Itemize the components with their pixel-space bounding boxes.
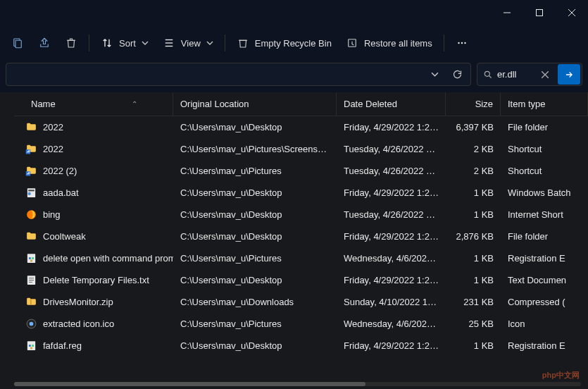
file-type-icon [25,121,37,133]
file-type-icon [25,274,37,286]
column-header-location[interactable]: Original Location [173,92,337,116]
close-button[interactable] [556,0,588,25]
empty-label: Empty Recycle Bin [255,38,332,49]
cut-button[interactable] [6,30,30,56]
file-type-icon [25,252,37,264]
column-header-date[interactable]: Date Deleted [337,92,446,116]
file-size: 1 KB [446,340,501,351]
file-location: C:\Users\mav_u\Desktop [173,187,337,198]
table-row[interactable]: 2022 (2)C:\Users\mav_u\PicturesTuesday, … [14,160,588,182]
view-label: View [181,38,201,49]
minimize-button[interactable] [491,0,523,25]
file-location: C:\Users\mav_u\Pictures\Screenshots [173,144,337,154]
table-row[interactable]: fafdaf.regC:\Users\mav_u\DesktopFriday, … [14,335,588,357]
delete-button[interactable] [59,30,83,56]
search-go-button[interactable] [558,64,580,85]
clear-search-button[interactable] [537,66,553,83]
restore-label: Restore all items [364,38,432,49]
scrollbar-thumb[interactable] [14,382,365,386]
column-header-name[interactable]: Name ⌃ [14,92,173,116]
empty-recycle-bin-button[interactable]: Empty Recycle Bin [231,30,337,56]
svg-rect-31 [30,299,31,305]
file-size: 1 KB [446,209,501,220]
file-location: C:\Users\mav_u\Desktop [173,340,337,351]
file-name: aada.bat [43,187,79,198]
file-date: Wednesday, 4/6/2022 4:19... [337,253,446,264]
nav-pane-collapsed [0,92,14,389]
divider [89,35,89,51]
file-size: 2 KB [446,166,501,176]
table-row[interactable]: Delete Temporary Files.txtC:\Users\mav_u… [14,269,588,291]
file-name: Delete Temporary Files.txt [43,275,149,285]
file-location: C:\Users\mav_u\Desktop [173,209,337,220]
file-size: 1 KB [446,253,501,264]
svg-rect-35 [29,345,31,347]
table-row[interactable]: extracted icon.icoC:\Users\mav_u\Picture… [14,313,588,335]
table-row[interactable]: bingC:\Users\mav_u\DesktopTuesday, 4/26/… [14,204,588,226]
file-size: 1 KB [446,187,501,198]
file-type-icon [25,318,37,330]
address-area [0,61,588,92]
file-name: DrivesMonitor.zip [43,297,113,307]
file-type: Windows Batch [501,187,588,198]
history-dropdown-button[interactable] [424,65,445,85]
svg-rect-37 [30,347,32,350]
file-type: Registration E [501,340,588,351]
sort-button[interactable]: Sort [95,30,154,56]
file-type-icon [25,209,37,221]
horizontal-scrollbar[interactable] [14,379,581,389]
restore-all-button[interactable]: Restore all items [340,30,438,56]
file-name: 2022 [43,144,63,154]
file-date: Sunday, 4/10/2022 12:33 P... [337,297,446,307]
file-location: C:\Users\mav_u\Desktop [173,122,337,132]
table-row[interactable]: DrivesMonitor.zipC:\Users\mav_u\Download… [14,291,588,313]
svg-rect-24 [29,257,31,259]
svg-rect-1 [537,10,543,16]
refresh-button[interactable] [446,65,468,85]
svg-point-12 [464,42,465,44]
svg-line-14 [489,75,492,78]
file-type-icon [25,340,37,352]
file-date: Friday, 4/29/2022 1:26 PM [337,340,446,351]
share-button[interactable] [32,30,56,56]
search-input[interactable] [497,69,532,80]
chevron-down-icon [142,39,149,47]
file-name: 2022 [43,122,63,132]
file-type: Shortcut [501,144,588,154]
table-row[interactable]: delete open with command promp...C:\User… [14,247,588,269]
file-name: 2022 (2) [43,166,77,176]
view-button[interactable]: View [157,30,219,56]
address-bar[interactable] [6,63,471,86]
more-button[interactable] [450,30,474,56]
divider [444,35,444,51]
maximize-button[interactable] [523,0,556,25]
svg-rect-5 [15,40,21,48]
file-type-icon [25,187,37,199]
sort-label: Sort [119,38,136,49]
sort-indicator-icon: ⌃ [132,100,137,108]
file-type-icon [25,143,37,155]
table-row[interactable]: 2022C:\Users\mav_u\DesktopFriday, 4/29/2… [14,116,588,138]
svg-rect-25 [32,257,34,259]
column-header-type[interactable]: Item type [501,92,588,116]
file-location: C:\Users\mav_u\Downloads [173,297,337,307]
content-area: Name ⌃ Original Location Date Deleted Si… [0,92,588,389]
file-name: extracted icon.ico [43,319,114,329]
file-type: File folder [501,122,588,132]
file-location: C:\Users\mav_u\Pictures [173,253,337,264]
file-list: Name ⌃ Original Location Date Deleted Si… [14,92,588,389]
column-header-size[interactable]: Size [446,92,501,116]
table-row[interactable]: 2022C:\Users\mav_u\Pictures\ScreenshotsT… [14,138,588,160]
file-date: Tuesday, 4/26/2022 8:04 PM [337,209,446,220]
file-date: Tuesday, 4/26/2022 1:28 PM [337,144,446,154]
file-name: bing [43,209,61,220]
table-row[interactable]: CooltweakC:\Users\mav_u\DesktopFriday, 4… [14,226,588,247]
file-size: 2,876 KB [446,231,501,242]
file-size: 1 KB [446,275,501,285]
file-type-icon [25,296,37,308]
file-date: Tuesday, 4/26/2022 1:29 PM [337,166,446,176]
svg-point-10 [458,42,459,44]
file-location: C:\Users\mav_u\Pictures [173,319,337,329]
table-row[interactable]: aada.batC:\Users\mav_u\DesktopFriday, 4/… [14,182,588,204]
file-type: Text Documen [501,275,588,285]
